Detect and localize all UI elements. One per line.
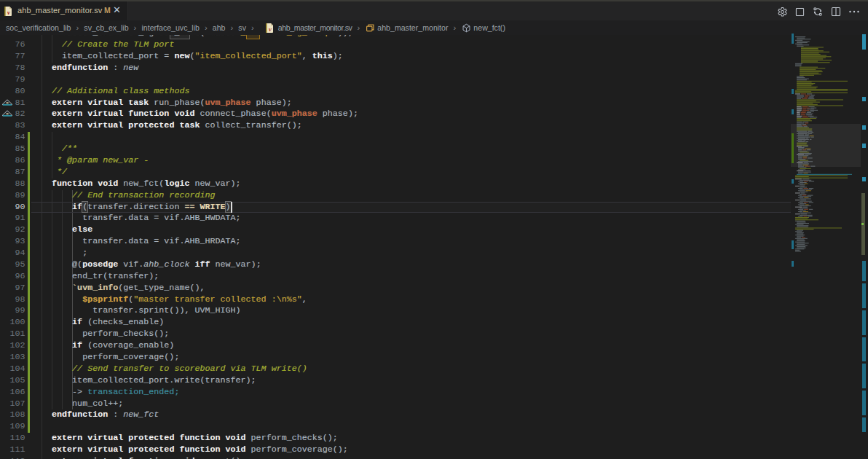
svg-text:v: v	[7, 9, 10, 16]
svg-text:v: v	[269, 25, 272, 32]
